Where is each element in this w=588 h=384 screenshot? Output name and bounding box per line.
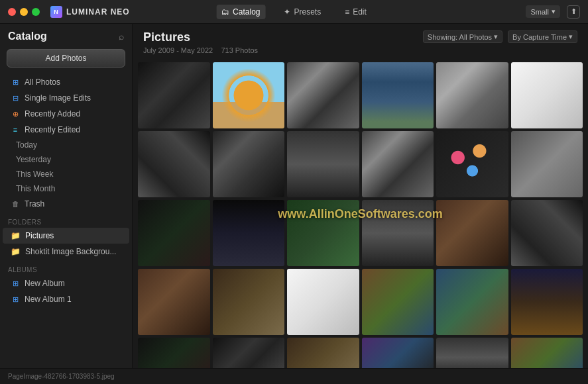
photo-cell[interactable] [362, 200, 434, 266]
tab-presets[interactable]: ✦ Presets [278, 5, 326, 19]
chevron-down-icon-2: ▾ [494, 32, 498, 41]
photo-cell[interactable] [511, 131, 583, 197]
sort-filter[interactable]: By Capture Time ▾ [508, 30, 577, 43]
titlebar-right: Small ▾ ⬆ [526, 5, 580, 19]
photo-cell[interactable] [511, 338, 583, 368]
new-album-1-label: New Album 1 [25, 295, 72, 304]
photo-cell[interactable] [511, 62, 583, 128]
photo-cell[interactable] [436, 200, 508, 266]
chevron-down-icon: ▾ [552, 7, 556, 16]
photo-cell[interactable] [138, 338, 210, 368]
sidebar-item-new-album-1[interactable]: ⊞ New Album 1 [3, 291, 129, 307]
page-title: Pictures [143, 30, 258, 45]
presets-icon: ✦ [284, 7, 290, 17]
app-name: LUMINAR NEO [66, 7, 130, 17]
photo-cell[interactable] [213, 131, 285, 197]
photo-cell[interactable] [213, 269, 285, 335]
photo-cell[interactable] [213, 62, 285, 128]
photo-row [138, 338, 583, 368]
content-wrapper: www.AllinOneSoftwares.com [133, 60, 588, 368]
photo-row [138, 131, 583, 197]
main-layout: Catalog ⌕ Add Photos ⊞ All Photos ⊟ Sing… [0, 24, 588, 368]
export-icon: ⬆ [571, 7, 577, 16]
photo-cell[interactable] [138, 269, 210, 335]
titlebar-nav: 🗂 Catalog ✦ Presets ≡ Edit [216, 5, 372, 19]
statusbar: PageImage-482766-1703983-5.jpeg [0, 368, 588, 384]
tab-catalog[interactable]: 🗂 Catalog [216, 5, 265, 19]
sub-item-yesterday[interactable]: Yesterday [8, 152, 129, 167]
tab-presets-label: Presets [294, 7, 321, 17]
albums-section-header: Albums [0, 262, 132, 275]
add-photos-button[interactable]: Add Photos [7, 49, 125, 68]
maximize-button[interactable] [32, 8, 40, 16]
search-icon[interactable]: ⌕ [119, 31, 124, 42]
photo-row [138, 200, 583, 266]
photo-row [138, 269, 583, 335]
catalog-icon: 🗂 [221, 7, 229, 17]
close-button[interactable] [8, 8, 16, 16]
showing-filter[interactable]: Showing: All Photos ▾ [423, 30, 502, 43]
traffic-lights [8, 8, 40, 16]
titlebar-left: N LUMINAR NEO [8, 6, 130, 18]
photo-cell[interactable] [436, 62, 508, 128]
photo-cell[interactable] [213, 200, 285, 266]
photo-cell[interactable] [138, 62, 210, 128]
minimize-button[interactable] [20, 8, 28, 16]
sidebar-item-trash[interactable]: 🗑 Trash [3, 196, 129, 212]
trash-icon: 🗑 [11, 199, 20, 209]
pictures-label: Pictures [25, 231, 54, 240]
single-edits-icon: ⊟ [11, 93, 20, 103]
tab-edit-label: Edit [353, 7, 367, 17]
tab-edit[interactable]: ≡ Edit [339, 5, 372, 19]
photo-cell[interactable] [287, 200, 359, 266]
photo-row [138, 62, 583, 128]
sidebar-header: Catalog ⌕ [0, 24, 132, 46]
size-label: Small [530, 8, 549, 16]
photo-cell[interactable] [287, 131, 359, 197]
photo-cell[interactable] [287, 269, 359, 335]
sidebar-item-single-image-edits[interactable]: ⊟ Single Image Edits [3, 90, 129, 106]
sub-item-today[interactable]: Today [8, 138, 129, 152]
content-area: Pictures July 2009 - May 2022 713 Photos… [133, 24, 588, 368]
photo-cell[interactable] [213, 338, 285, 368]
photo-cell[interactable] [362, 62, 434, 128]
sidebar-item-new-album[interactable]: ⊞ New Album [3, 275, 129, 291]
photo-cell[interactable] [436, 131, 508, 197]
sidebar-item-recently-added[interactable]: ⊕ Recently Added [3, 106, 129, 122]
photo-cell[interactable] [138, 200, 210, 266]
export-button[interactable]: ⬆ [567, 5, 580, 19]
shoktit-label: Shoktit Image Backgrou... [25, 247, 116, 256]
photo-cell[interactable] [511, 200, 583, 266]
edit-icon: ≡ [345, 7, 349, 17]
recently-added-icon: ⊕ [11, 109, 20, 119]
photo-cell[interactable] [138, 131, 210, 197]
new-album-label: New Album [25, 279, 65, 288]
size-selector[interactable]: Small ▾ [526, 5, 560, 18]
all-photos-icon: ⊞ [11, 77, 20, 87]
photo-cell[interactable] [436, 269, 508, 335]
photo-cell[interactable] [362, 269, 434, 335]
sidebar-item-recently-edited[interactable]: ≡ Recently Edited [3, 122, 129, 138]
all-photos-label: All Photos [25, 77, 60, 87]
sidebar-item-all-photos[interactable]: ⊞ All Photos [3, 74, 129, 90]
recently-edited-label: Recently Edited [25, 125, 80, 134]
library-section: ⊞ All Photos ⊟ Single Image Edits ⊕ Rece… [0, 74, 132, 212]
titlebar: N LUMINAR NEO 🗂 Catalog ✦ Presets ≡ Edit… [0, 0, 588, 24]
photo-cell[interactable] [287, 62, 359, 128]
sidebar-item-shoktit[interactable]: 📁 Shoktit Image Backgrou... [3, 244, 129, 260]
sidebar-item-pictures[interactable]: 📁 Pictures [3, 228, 129, 244]
photo-count: 713 Photos [221, 46, 258, 54]
single-edits-label: Single Image Edits [25, 93, 91, 103]
showing-filter-label: Showing: All Photos [428, 33, 492, 41]
photo-cell[interactable] [511, 269, 583, 335]
sort-filter-label: By Capture Time [512, 33, 567, 41]
photo-cell[interactable] [362, 338, 434, 368]
photo-cell[interactable] [362, 131, 434, 197]
app-logo: N LUMINAR NEO [50, 6, 130, 18]
folder-icon: 📁 [11, 231, 21, 240]
sub-item-this-week[interactable]: This Week [8, 167, 129, 181]
sub-item-this-month[interactable]: This Month [8, 181, 129, 196]
photo-cell[interactable] [436, 338, 508, 368]
photo-cell[interactable] [287, 338, 359, 368]
recently-edited-subitems: Today Yesterday This Week This Month [0, 138, 132, 196]
